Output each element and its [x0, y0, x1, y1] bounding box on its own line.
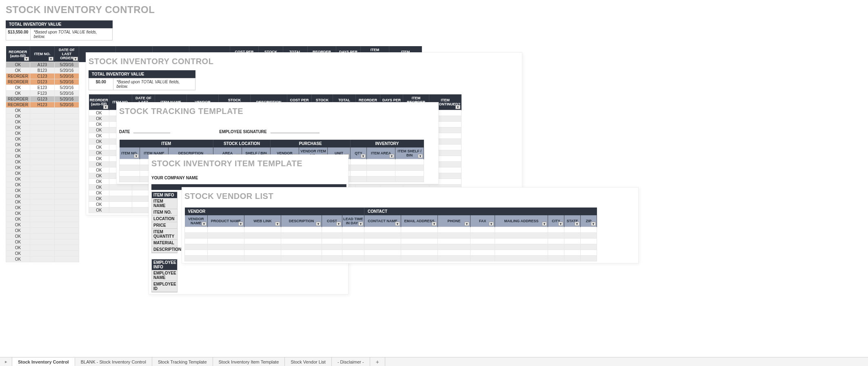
filter-dropdown-icon[interactable]: ▼	[389, 154, 394, 158]
cell[interactable]	[395, 165, 424, 171]
cell-item-no[interactable]	[30, 205, 55, 211]
column-header[interactable]: ITEM AREA▼	[367, 147, 395, 159]
cell-date[interactable]	[55, 165, 79, 171]
cell-item-no[interactable]	[30, 159, 55, 165]
cell[interactable]	[342, 250, 364, 256]
cell[interactable]	[438, 233, 471, 239]
sheet-tab[interactable]: Stock Inventory Control	[12, 358, 75, 366]
cell[interactable]	[208, 233, 244, 239]
cell-reorder[interactable]: OK	[6, 228, 30, 234]
cell[interactable]	[244, 227, 281, 233]
cell[interactable]	[367, 159, 395, 165]
cell[interactable]	[395, 171, 424, 176]
cell[interactable]	[401, 233, 438, 239]
cell-date[interactable]: 5/20/16	[55, 96, 79, 102]
cell[interactable]	[185, 239, 208, 244]
filter-dropdown-icon[interactable]: ▼	[202, 222, 206, 226]
cell-date[interactable]	[55, 171, 79, 176]
cell[interactable]	[471, 239, 495, 244]
cell-item-no[interactable]	[30, 136, 55, 142]
cell-reorder[interactable]: OK	[6, 171, 30, 176]
cell[interactable]	[471, 233, 495, 239]
sheet-tab[interactable]: - Disclaimer -	[332, 357, 370, 366]
cell-date[interactable]: 5/20/16	[55, 79, 79, 85]
cell-item-no[interactable]	[30, 142, 55, 148]
cell-reorder[interactable]: OK	[6, 136, 30, 142]
cell-item-no[interactable]	[30, 211, 55, 216]
cell-item-no[interactable]	[30, 257, 55, 262]
cell[interactable]	[208, 256, 244, 261]
cell[interactable]	[471, 227, 495, 233]
cell-reorder[interactable]: OK	[6, 239, 30, 245]
cell-item-no[interactable]	[30, 114, 55, 119]
column-header[interactable]: COST▼	[322, 215, 342, 227]
cell[interactable]	[208, 239, 244, 244]
cell[interactable]	[364, 256, 401, 261]
date-field[interactable]	[133, 127, 170, 133]
filter-dropdown-icon[interactable]: ▼	[558, 222, 563, 226]
filter-dropdown-icon[interactable]: ▼	[73, 57, 78, 61]
cell-item-no[interactable]	[30, 245, 55, 251]
column-header[interactable]: CITY▼	[548, 215, 564, 227]
cell[interactable]	[208, 244, 244, 250]
cell-reorder[interactable]: OK	[89, 139, 109, 145]
filter-dropdown-icon[interactable]: ▼	[134, 154, 139, 158]
cell-item-no[interactable]	[30, 108, 55, 114]
cell[interactable]	[495, 250, 548, 256]
sheet-tab[interactable]: BLANK - Stock Inventory Control	[75, 357, 152, 366]
cell-reorder[interactable]: OK	[89, 156, 109, 162]
cell-item-no[interactable]: C123	[30, 74, 55, 79]
cell[interactable]	[581, 239, 597, 244]
cell-item-no[interactable]	[30, 234, 55, 239]
cell-date[interactable]	[55, 228, 79, 234]
cell-reorder[interactable]: OK	[6, 85, 30, 91]
cell-date[interactable]	[55, 199, 79, 205]
cell[interactable]	[495, 227, 548, 233]
cell[interactable]	[351, 165, 367, 171]
cell-reorder[interactable]: OK	[6, 234, 30, 239]
cell-date[interactable]	[55, 245, 79, 251]
cell-reorder[interactable]: OK	[89, 202, 109, 208]
cell-reorder[interactable]: OK	[6, 91, 30, 96]
cell[interactable]	[281, 244, 322, 250]
cell-item-no[interactable]	[30, 228, 55, 234]
cell-reorder[interactable]: OK	[89, 110, 109, 116]
filter-dropdown-icon[interactable]: ▼	[395, 222, 400, 226]
cell-reorder[interactable]: OK	[6, 251, 30, 257]
column-header[interactable]: REORDER (auto-fill)▼	[6, 46, 30, 62]
cell[interactable]	[564, 244, 581, 250]
cell[interactable]	[185, 250, 208, 256]
column-header[interactable]: WEB LINK▼	[244, 215, 281, 227]
cell[interactable]	[471, 250, 495, 256]
cell-reorder[interactable]: OK	[6, 125, 30, 131]
cell-reorder[interactable]: OK	[89, 196, 109, 202]
column-header[interactable]: VENDOR NAME▼	[185, 215, 208, 227]
cell-date[interactable]: 5/20/16	[55, 91, 79, 96]
cell-date[interactable]	[55, 211, 79, 216]
sheet-tab[interactable]: Stock Vendor List	[285, 357, 332, 366]
cell-reorder[interactable]: OK	[89, 190, 109, 196]
cell-item-no[interactable]	[30, 239, 55, 245]
filter-dropdown-icon[interactable]: ▼	[432, 222, 437, 226]
cell-item-no[interactable]	[30, 188, 55, 194]
cell-item-no[interactable]	[30, 176, 55, 182]
cell[interactable]	[185, 244, 208, 250]
cell[interactable]	[244, 239, 281, 244]
cell-reorder[interactable]: OK	[6, 131, 30, 136]
cell-item-no[interactable]: D123	[30, 79, 55, 85]
cell-date[interactable]: 5/20/16	[55, 102, 79, 108]
cell[interactable]	[244, 244, 281, 250]
cell[interactable]	[120, 165, 140, 171]
cell-reorder[interactable]: OK	[89, 162, 109, 167]
cell-reorder[interactable]: OK	[6, 159, 30, 165]
cell[interactable]	[364, 244, 401, 250]
cell[interactable]	[438, 227, 471, 233]
cell-date[interactable]	[55, 148, 79, 154]
cell-item-no[interactable]	[30, 171, 55, 176]
cell[interactable]	[109, 196, 132, 202]
cell[interactable]	[322, 227, 342, 233]
filter-dropdown-icon[interactable]: ▼	[542, 222, 547, 226]
cell-item-no[interactable]	[30, 154, 55, 159]
cell[interactable]	[367, 165, 395, 171]
filter-dropdown-icon[interactable]: ▼	[358, 222, 363, 226]
